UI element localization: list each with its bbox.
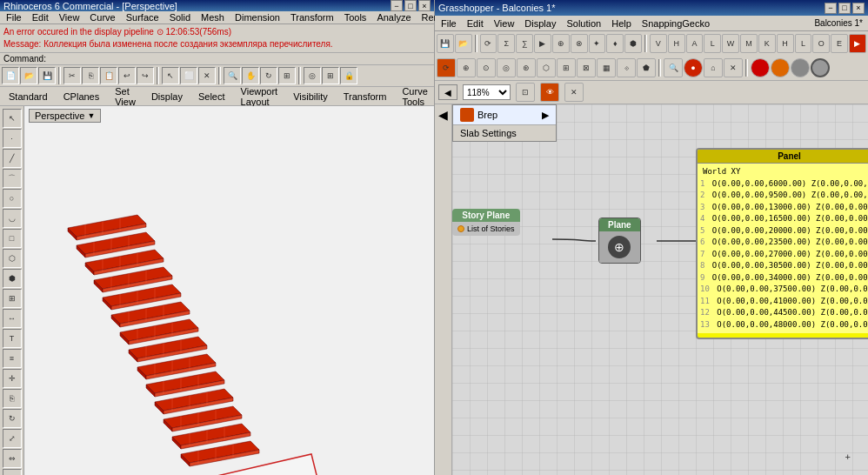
gh-view3[interactable]: ✕	[564, 83, 584, 102]
arc-tool[interactable]: ◡	[3, 209, 22, 228]
gh-menu-help[interactable]: Help	[607, 17, 636, 30]
window-sel-btn[interactable]: ⬜	[180, 67, 197, 84]
cut-btn[interactable]: ✂	[63, 67, 81, 84]
gh-tool8[interactable]: ♦	[606, 34, 624, 53]
menu-transform[interactable]: Transform	[286, 11, 338, 23]
osnap-btn[interactable]: ◎	[304, 67, 321, 84]
gh-red-icon[interactable]	[751, 58, 770, 77]
gh-menu-view[interactable]: View	[490, 17, 519, 30]
gh-tool14[interactable]: W	[722, 34, 739, 53]
grid-btn[interactable]: ⊞	[322, 67, 339, 84]
gh-minimize-button[interactable]: −	[825, 3, 837, 14]
gh-menu-file[interactable]: File	[437, 17, 461, 30]
dim-tool[interactable]: ↔	[3, 309, 22, 328]
menu-solid[interactable]: Solid	[165, 11, 195, 23]
deselect-btn[interactable]: ✕	[198, 67, 216, 84]
menu-surface[interactable]: Surface	[122, 11, 164, 23]
menu-curve[interactable]: Curve	[85, 11, 119, 23]
nav-setview[interactable]: Set View	[108, 85, 143, 108]
panel-node[interactable]: Panel World XY 1 O(0.00,0.00,6000.00) Z(…	[696, 148, 868, 339]
circle-tool[interactable]: ○	[3, 189, 22, 208]
gh-tool6[interactable]: ⊗	[571, 34, 588, 53]
gh-icon-eye[interactable]: ●	[684, 58, 703, 77]
gh-icon5[interactable]: ⊛	[517, 58, 536, 77]
gh-fit-view[interactable]: ⊡	[516, 83, 535, 102]
new-btn[interactable]: 📄	[2, 67, 19, 84]
gh-tool19[interactable]: O	[812, 34, 830, 53]
nav-visibility[interactable]: Visibility	[286, 90, 335, 103]
nav-cplanes[interactable]: CPlanes	[57, 90, 107, 103]
gh-tool17[interactable]: H	[777, 34, 794, 53]
gh-tool5[interactable]: ⊕	[552, 34, 570, 53]
pan-btn[interactable]: ✋	[242, 67, 259, 84]
move-tool[interactable]: ✛	[3, 369, 22, 388]
lock-btn[interactable]: 🔒	[340, 67, 357, 84]
gh-gray-icon1[interactable]	[791, 58, 810, 77]
menu-edit[interactable]: Edit	[28, 11, 53, 23]
gh-close-button[interactable]: ×	[852, 3, 865, 14]
text-tool[interactable]: T	[3, 329, 22, 348]
paste-btn[interactable]: 📋	[100, 67, 117, 84]
menu-view[interactable]: View	[55, 11, 84, 23]
copy-tool[interactable]: ⎘	[3, 389, 22, 408]
arr-tool[interactable]: ⊞	[3, 469, 22, 475]
nav-standard[interactable]: Standard	[2, 90, 55, 103]
gh-icon14[interactable]: ✕	[724, 58, 743, 77]
story-plane-node[interactable]: Story Plane List of Stories	[452, 209, 520, 236]
gh-tool9[interactable]: ⬢	[624, 34, 642, 53]
nav-viewport-layout[interactable]: Viewport Layout	[234, 85, 285, 108]
scale-tool[interactable]: ⤢	[3, 429, 22, 448]
gh-tool11[interactable]: H	[668, 34, 685, 53]
nav-display[interactable]: Display	[144, 90, 190, 103]
gh-icon4[interactable]: ◎	[497, 58, 516, 77]
gh-tool12[interactable]: A	[686, 34, 704, 53]
plane-node[interactable]: Plane ⊕	[598, 217, 641, 264]
gh-orange-icon[interactable]	[771, 58, 790, 77]
menu-dimension[interactable]: Dimension	[230, 11, 284, 23]
close-button[interactable]: ×	[418, 0, 431, 11]
gh-icon8[interactable]: ⊠	[577, 58, 596, 77]
gh-tool16[interactable]: K	[758, 34, 776, 53]
gh-tool1[interactable]: ⟳	[480, 34, 497, 53]
line-tool[interactable]: ╱	[3, 149, 22, 168]
mesh-tool[interactable]: ⊞	[3, 289, 22, 308]
nav-select[interactable]: Select	[191, 90, 232, 103]
rotate-btn[interactable]: ↻	[260, 67, 277, 84]
solid-tool[interactable]: ⬢	[3, 269, 22, 288]
gh-icon7[interactable]: ⊞	[557, 58, 576, 77]
gh-canvas[interactable]: Brep ▶ Slab Settings Story Plane List of…	[452, 104, 868, 475]
gh-tool10[interactable]: V	[650, 34, 667, 53]
gh-tool7[interactable]: ✦	[589, 34, 606, 53]
menu-analyze[interactable]: Analyze	[372, 11, 415, 23]
gh-icon11[interactable]: ⬟	[637, 58, 656, 77]
surface-tool[interactable]: ⬡	[3, 249, 22, 268]
gh-zoom-select[interactable]: 118% 100% 75% 150%	[463, 84, 511, 100]
gh-eye-view[interactable]: 👁	[540, 83, 559, 102]
gh-icon2[interactable]: ⊕	[457, 58, 476, 77]
gh-gray-icon2[interactable]	[811, 58, 830, 77]
perspective-label[interactable]: Perspective ▼	[29, 109, 101, 123]
gh-tool18[interactable]: L	[795, 34, 812, 53]
gh-icon-special1[interactable]: ⟳	[437, 58, 456, 77]
gh-tool21[interactable]: ▶	[849, 34, 866, 53]
save-btn[interactable]: 💾	[38, 67, 56, 84]
gh-save-btn[interactable]: 💾	[437, 34, 454, 53]
gh-menu-solution[interactable]: Solution	[562, 17, 605, 30]
redo-btn[interactable]: ↪	[137, 67, 154, 84]
open-btn[interactable]: 📂	[20, 67, 37, 84]
gh-maximize-button[interactable]: □	[838, 3, 851, 14]
gh-tool20[interactable]: E	[831, 34, 848, 53]
menu-tools[interactable]: Tools	[340, 11, 371, 23]
menu-mesh[interactable]: Mesh	[197, 11, 229, 23]
gh-nav-left[interactable]: ◀	[438, 84, 457, 100]
gh-tool4[interactable]: ▶	[534, 34, 551, 53]
zoom-ext-btn[interactable]: ⊞	[278, 67, 296, 84]
rotate-tool[interactable]: ↻	[3, 409, 22, 428]
mirror-tool[interactable]: ⇔	[3, 449, 22, 468]
gh-icon9[interactable]: ▦	[597, 58, 616, 77]
menu-file[interactable]: File	[2, 11, 26, 23]
rect-tool[interactable]: □	[3, 229, 22, 248]
perspective-dropdown-icon[interactable]: ▼	[87, 111, 95, 120]
nav-curve-tools[interactable]: Curve Tools	[395, 85, 434, 108]
select-btn[interactable]: ↖	[162, 67, 179, 84]
